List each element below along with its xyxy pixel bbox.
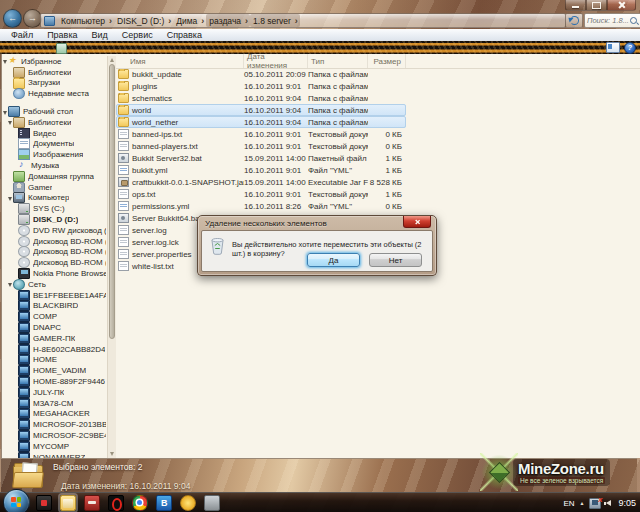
column-header-type[interactable]: Тип (308, 54, 368, 68)
red-app-icon[interactable] (84, 495, 100, 511)
sidebar-item[interactable]: Изображения (2, 149, 106, 160)
sidebar-item[interactable]: JULY-ПК (2, 387, 106, 398)
taskbar-clock[interactable]: 9:05 (618, 498, 636, 508)
table-row[interactable]: world_nether 16.10.2011 9:04 Папка с фай… (116, 116, 406, 128)
expander-icon[interactable] (13, 292, 17, 298)
expander-icon[interactable] (13, 389, 17, 395)
sidebar-item[interactable]: Рабочий стол (2, 106, 106, 117)
expander-icon[interactable] (13, 335, 17, 341)
scrollbar-thumb[interactable] (109, 64, 115, 339)
chrome-icon[interactable] (132, 495, 148, 511)
sidebar-item[interactable]: HOME-889F2F9446 (2, 376, 106, 387)
sidebar-item[interactable]: H-8E602CABB82D4 (2, 344, 106, 355)
expander-icon[interactable] (13, 227, 17, 233)
expander-icon[interactable] (8, 197, 12, 201)
menu-item[interactable]: Сервис (115, 30, 160, 40)
expander-icon[interactable] (13, 411, 17, 417)
expander-icon[interactable] (13, 379, 17, 385)
table-row[interactable]: ops.txt 16.10.2011 9:01 Текстовый докум.… (116, 188, 406, 200)
media-player-icon[interactable] (36, 495, 52, 511)
expander-icon[interactable] (13, 346, 17, 352)
expander-icon[interactable] (13, 271, 17, 277)
sidebar-item[interactable]: Дисковод BD-ROM (H:) (2, 257, 106, 268)
column-header-size[interactable]: Размер (368, 54, 406, 68)
close-button[interactable] (607, 0, 636, 11)
expander-icon[interactable] (8, 80, 12, 86)
sidebar-item[interactable]: Избранное (2, 56, 106, 67)
opera-icon[interactable] (108, 495, 124, 511)
sidebar-item[interactable]: Недавние места (2, 88, 106, 99)
expander-icon[interactable] (13, 130, 17, 136)
breadcrumb-item[interactable]: Дима › (173, 14, 206, 27)
sidebar-item[interactable]: HOME_VADIM (2, 365, 106, 376)
help-icon[interactable]: ? (624, 42, 636, 54)
expander-icon[interactable] (13, 357, 17, 363)
expander-icon[interactable] (8, 283, 12, 287)
table-row[interactable]: plugins 16.10.2011 9:01 Папка с файлами (116, 80, 406, 92)
sidebar-item[interactable]: COMP (2, 311, 106, 322)
sidebar-item[interactable]: BLACKBIRD (2, 301, 106, 312)
sidebar-item[interactable]: Дисковод BD-ROM (F:) (2, 236, 106, 247)
sidebar-item[interactable]: Библиотеки (2, 117, 106, 128)
column-header-name[interactable]: Имя (116, 54, 244, 68)
start-button[interactable] (3, 489, 30, 512)
sidebar-item[interactable]: SYS (C:) (2, 203, 106, 214)
maximize-button[interactable] (586, 0, 607, 11)
gray-app-icon[interactable] (204, 495, 220, 511)
expander-icon[interactable] (13, 249, 17, 255)
expander-icon[interactable] (13, 400, 17, 406)
scroll-up-icon[interactable] (110, 58, 114, 62)
yes-button[interactable]: Да (307, 253, 360, 267)
table-row[interactable]: banned-players.txt 16.10.2011 9:01 Текст… (116, 140, 406, 152)
title-bar[interactable] (0, 0, 640, 12)
sidebar-item[interactable]: Gamer (2, 182, 106, 193)
search-box[interactable] (584, 13, 640, 28)
bluetooth-icon[interactable] (156, 495, 172, 511)
expander-icon[interactable] (8, 91, 12, 97)
table-row[interactable]: bukkit_update 05.10.2011 20:09 Папка с ф… (116, 68, 406, 80)
sidebar-item[interactable]: Сеть (2, 279, 106, 290)
expander-icon[interactable] (8, 184, 12, 190)
sidebar-item[interactable]: BE1FFBEEBE1A4FA (2, 290, 106, 301)
sidebar-item[interactable]: MYCOMP (2, 441, 106, 452)
table-row[interactable]: Bukkit Server32.bat 15.09.2011 14:00 Пак… (116, 152, 406, 164)
sidebar-item[interactable]: M3A78-CM (2, 398, 106, 409)
dialog-title-bar[interactable]: Удаление нескольких элементов (198, 216, 436, 230)
back-button[interactable]: ← (3, 9, 22, 28)
expander-icon[interactable] (13, 217, 17, 223)
expander-icon[interactable] (8, 121, 12, 125)
table-row[interactable]: permissions.yml 16.10.2011 8:26 Файл "YM… (116, 200, 406, 212)
expander-icon[interactable] (13, 260, 17, 266)
expander-icon[interactable] (13, 443, 17, 449)
sidebar-item[interactable]: Дисковод BD-ROM (G:) (2, 247, 106, 258)
dialog-close-button[interactable] (403, 216, 431, 228)
table-row[interactable]: banned-ips.txt 16.10.2011 9:01 Текстовый… (116, 128, 406, 140)
menu-item[interactable]: Файл (4, 30, 40, 40)
menu-item[interactable]: Правка (40, 30, 84, 40)
sidebar-item[interactable]: HOME (2, 355, 106, 366)
sidebar-item[interactable]: Компьютер (2, 193, 106, 204)
sidebar-item[interactable]: Загрузки (2, 78, 106, 89)
breadcrumb-item[interactable]: DISK_D (D:) › (114, 14, 173, 27)
sidebar-item[interactable]: DISK_D (D:) (2, 214, 106, 225)
sidebar-item[interactable]: Музыка (2, 160, 106, 171)
expander-icon[interactable] (13, 422, 17, 428)
menu-item[interactable]: Справка (160, 30, 209, 40)
table-row[interactable]: schematics 16.10.2011 9:04 Папка с файла… (116, 92, 406, 104)
sidebar-item[interactable]: MICROSOF-2013BB (2, 419, 106, 430)
table-row[interactable]: craftbukkit-0.0.1-SNAPSHOT.jar 15.09.201… (116, 176, 406, 188)
scroll-down-icon[interactable] (110, 452, 114, 456)
no-button[interactable]: Нет (369, 253, 422, 267)
sidebar-item[interactable]: Библиотеки (2, 67, 106, 78)
sidebar-item[interactable]: Видео (2, 128, 106, 139)
expander-icon[interactable] (13, 303, 17, 309)
breadcrumb-item[interactable]: Компьютер › (58, 14, 114, 27)
refresh-button[interactable] (565, 13, 583, 28)
expander-icon[interactable] (13, 314, 17, 320)
sidebar-item[interactable]: DNAPC (2, 322, 106, 333)
menu-item[interactable]: Вид (85, 30, 115, 40)
sidebar-item[interactable]: Домашняя группа (2, 171, 106, 182)
network-icon[interactable] (589, 498, 601, 509)
breadcrumb-item[interactable]: 1.8 server › (250, 14, 300, 27)
expander-icon[interactable] (3, 111, 7, 115)
